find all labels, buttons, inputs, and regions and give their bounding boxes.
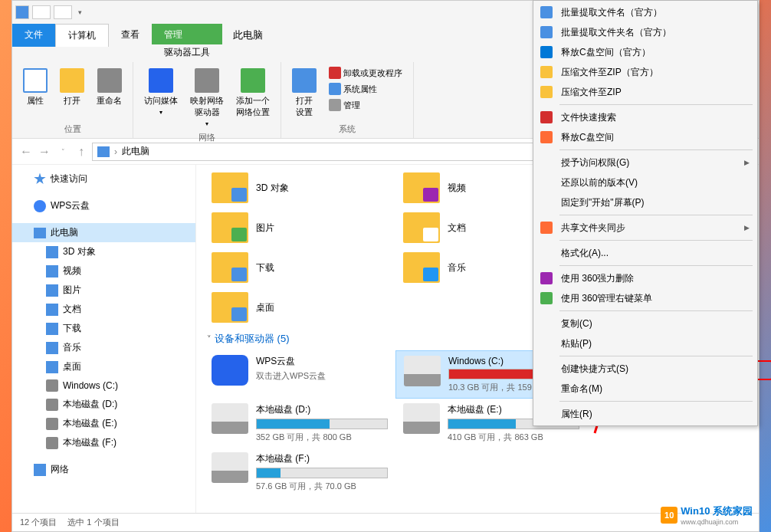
folder-icon: [46, 265, 58, 277]
nav-wps-cloud[interactable]: WPS云盘: [12, 196, 195, 215]
ribbon-tabs: 文件 计算机 查看: [12, 24, 152, 47]
nav-network[interactable]: 网络: [12, 460, 195, 479]
nav-recent-icon[interactable]: ˅: [55, 144, 71, 159]
usage-bar: [256, 419, 388, 429]
menu-item[interactable]: 释放C盘空间（官方）: [535, 42, 756, 62]
nav-item[interactable]: 本地磁盘 (F:): [12, 433, 195, 452]
nav-item[interactable]: 文档: [12, 300, 195, 319]
folder-icon: [212, 212, 248, 243]
status-bar: 12 个项目 选中 1 个项目: [12, 513, 759, 531]
drive-item[interactable]: 本地磁盘 (D:)352 GB 可用，共 800 GB: [204, 399, 395, 448]
menu-item[interactable]: 固定到"开始"屏幕(P): [535, 192, 756, 212]
nav-back-icon[interactable]: ←: [18, 144, 34, 159]
tab-drive-tools[interactable]: 驱动器工具: [152, 44, 222, 62]
menu-item[interactable]: 属性(R): [535, 404, 756, 424]
menu-item[interactable]: 批量提取文件夹名（官方）: [535, 22, 756, 42]
pc-icon: [34, 228, 46, 238]
nav-item[interactable]: Windows (C:): [12, 376, 195, 395]
folder-item[interactable]: 桌面: [204, 287, 395, 327]
menu-item-icon: [540, 65, 553, 79]
menu-item-icon: [540, 195, 553, 209]
drive-icon: [404, 356, 441, 386]
menu-item-icon: [540, 221, 553, 235]
manage-button[interactable]: 管理: [324, 97, 407, 113]
drive-icon: [46, 437, 58, 449]
nav-quick-access[interactable]: 快速访问: [12, 169, 195, 189]
menu-item-icon: [540, 5, 553, 19]
qat-btn[interactable]: [54, 5, 72, 19]
menu-separator: [559, 356, 753, 356]
menu-item[interactable]: 使用 360管理右键菜单: [535, 288, 756, 308]
menu-item-icon: [540, 246, 553, 260]
menu-item[interactable]: 重命名(M): [535, 379, 756, 399]
tab-manage-context: 管理: [152, 24, 222, 44]
folder-icon: [212, 292, 248, 323]
drive-item[interactable]: 本地磁盘 (F:)57.6 GB 可用，共 70.0 GB: [204, 448, 395, 497]
nav-item[interactable]: 本地磁盘 (E:): [12, 414, 195, 433]
menu-item[interactable]: 释放C盘空间: [535, 127, 756, 147]
nav-item[interactable]: 下载: [12, 319, 195, 338]
pc-icon: [97, 146, 110, 157]
uninstall-button[interactable]: 卸载或更改程序: [324, 65, 407, 80]
breadcrumb-item[interactable]: 此电脑: [122, 145, 149, 158]
menu-item[interactable]: 使用 360强力删除: [535, 268, 756, 288]
folder-icon: [403, 212, 440, 243]
menu-item[interactable]: 还原以前的版本(V): [535, 172, 756, 192]
folder-icon: [46, 361, 58, 373]
nav-item[interactable]: 本地磁盘 (D:): [12, 395, 195, 414]
sysprops-button[interactable]: 系统属性: [324, 81, 407, 97]
submenu-arrow-icon: ▶: [744, 159, 750, 166]
folder-icon: [46, 342, 58, 354]
nav-forward-icon[interactable]: →: [37, 144, 52, 159]
nav-item[interactable]: 视频: [12, 261, 195, 281]
nav-item[interactable]: 桌面: [12, 357, 195, 376]
drive-icon: [403, 403, 440, 434]
nav-item[interactable]: 图片: [12, 281, 195, 300]
map-drive-button[interactable]: 映射网络 驱动器▾: [185, 65, 228, 130]
menu-separator: [559, 401, 753, 402]
menu-item-icon: [540, 110, 553, 124]
nav-this-pc[interactable]: 此电脑: [12, 223, 195, 242]
open-button[interactable]: 打开: [55, 65, 89, 122]
menu-item-icon: [540, 271, 553, 285]
folder-item[interactable]: 图片: [204, 208, 395, 248]
menu-item-icon: [540, 176, 553, 189]
menu-separator: [559, 240, 753, 241]
menu-item[interactable]: 复制(C): [535, 314, 756, 333]
properties-button[interactable]: 属性: [18, 65, 52, 122]
nav-up-icon[interactable]: ↑: [74, 144, 89, 159]
drive-icon: [46, 418, 58, 430]
menu-item[interactable]: 文件快速搜索: [535, 107, 756, 127]
tab-computer[interactable]: 计算机: [55, 24, 109, 47]
menu-item-icon: [540, 362, 553, 376]
drive-wps-cloud[interactable]: WPS云盘双击进入WPS云盘: [204, 350, 395, 399]
folder-icon: [46, 246, 58, 258]
menu-item-icon: [540, 407, 553, 421]
tab-file[interactable]: 文件: [12, 24, 55, 47]
menu-item-icon: [540, 291, 553, 305]
menu-item[interactable]: 格式化(A)...: [535, 243, 756, 263]
menu-separator: [559, 104, 753, 105]
nav-item[interactable]: 音乐: [12, 338, 195, 357]
qat-dropdown[interactable]: ▾: [75, 8, 85, 16]
tab-view[interactable]: 查看: [109, 24, 152, 47]
folder-item[interactable]: 下载: [204, 248, 395, 287]
menu-item[interactable]: 共享文件夹同步▶: [535, 218, 756, 238]
menu-item[interactable]: 压缩文件至ZIP: [535, 82, 756, 102]
nav-item[interactable]: 3D 对象: [12, 242, 195, 261]
menu-item[interactable]: 压缩文件至ZIP（官方）: [535, 62, 756, 82]
add-network-location-button[interactable]: 添加一个 网络位置: [231, 65, 274, 130]
qat-btn[interactable]: [32, 5, 51, 19]
access-media-button[interactable]: 访问媒体▾: [139, 65, 182, 130]
watermark: 10 Win10 系统家园 www.qdhuajin.com: [661, 504, 753, 526]
drive-icon: [46, 379, 58, 392]
folder-item[interactable]: 3D 对象: [204, 168, 395, 208]
qat-icon[interactable]: [15, 5, 29, 19]
menu-item[interactable]: 创建快捷方式(S): [535, 359, 756, 379]
rename-button[interactable]: 重命名: [92, 65, 126, 122]
open-settings-button[interactable]: 打开 设置: [287, 65, 321, 122]
menu-item[interactable]: 粘贴(P): [535, 333, 756, 353]
submenu-arrow-icon: ▶: [744, 224, 750, 232]
menu-item[interactable]: 授予访问权限(G)▶: [535, 153, 756, 172]
menu-item[interactable]: 批量提取文件名（官方）: [535, 2, 756, 22]
